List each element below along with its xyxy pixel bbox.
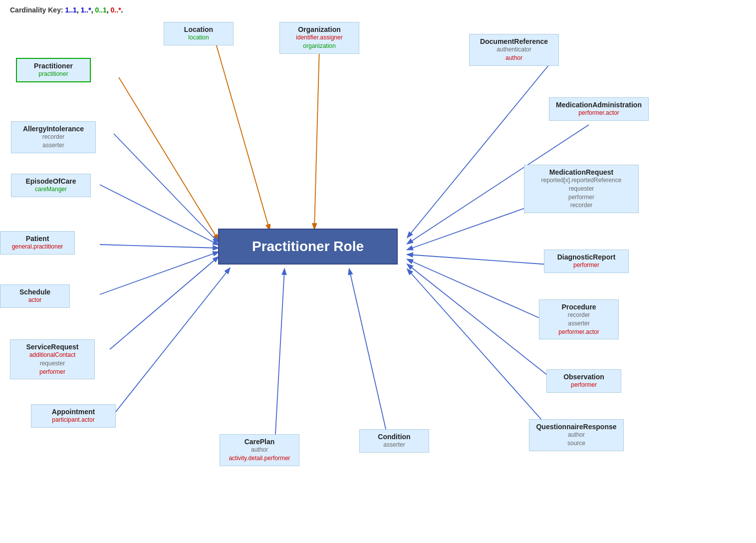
obs-sub1: performer xyxy=(552,381,616,389)
diagrep-sub1: performer xyxy=(549,261,623,270)
medreq-sub1: reported[x].reportedReference xyxy=(529,176,633,185)
node-episode-of-care: EpisodeOfCare careManger xyxy=(11,174,91,197)
node-condition: Condition asserter xyxy=(359,429,429,453)
svg-line-7 xyxy=(110,257,218,349)
cardinality-label: Cardinality Key: xyxy=(10,6,65,14)
careplan-sub2: activity.detail.performer xyxy=(225,454,294,463)
cond-sub1: asserter xyxy=(365,441,424,449)
svg-line-9 xyxy=(274,270,284,452)
svg-line-11 xyxy=(408,270,559,439)
practitioner-title: Practitioner xyxy=(22,62,85,70)
appt-sub1: participant.actor xyxy=(36,416,110,424)
medreq-sub4: recorder xyxy=(529,201,633,210)
schedule-sub1: actor xyxy=(5,296,64,304)
eoc-sub1: careManger xyxy=(16,185,85,194)
sr-title: ServiceRequest xyxy=(15,343,89,351)
medadmin-title: MedicationAdministration xyxy=(554,101,643,109)
ai-sub1: recorder xyxy=(16,133,90,141)
procedure-sub2: asserter xyxy=(544,319,613,328)
docref-sub1: authenticator xyxy=(475,45,553,54)
org-sub2: organization xyxy=(285,42,354,50)
card-11: 1..1 xyxy=(65,6,76,14)
cardinality-key: Cardinality Key: 1..1, 1..*, 0..1, 0..*. xyxy=(10,6,123,14)
medreq-sub2: requester xyxy=(529,185,633,193)
svg-line-1 xyxy=(314,47,319,229)
node-appointment: Appointment participant.actor xyxy=(31,404,116,428)
cond-title: Condition xyxy=(365,433,424,441)
svg-line-12 xyxy=(408,265,559,384)
practitioner-sub1: practitioner xyxy=(22,70,85,78)
medreq-sub3: performer xyxy=(529,193,633,202)
card-11star: 1..* xyxy=(81,6,91,14)
node-location: Location location xyxy=(164,22,234,45)
docref-title: DocumentReference xyxy=(475,37,553,45)
careplan-sub1: author xyxy=(225,446,294,454)
docref-sub2: author xyxy=(475,54,553,62)
eoc-title: EpisodeOfCare xyxy=(16,177,85,185)
sr-sub3: performer xyxy=(15,368,89,376)
svg-line-10 xyxy=(349,270,389,444)
node-medication-administration: MedicationAdministration performer.actor xyxy=(549,97,649,121)
node-schedule: Schedule actor xyxy=(0,284,70,308)
sr-sub2: requester xyxy=(15,359,89,368)
qr-sub1: author xyxy=(534,431,618,439)
org-sub1: identifier.assigner xyxy=(285,33,354,42)
svg-line-6 xyxy=(100,252,218,294)
location-title: Location xyxy=(169,25,228,33)
obs-title: Observation xyxy=(552,373,616,381)
card-01: 0..1 xyxy=(95,6,106,14)
node-questionnaire-response: QuestionnaireResponse author source xyxy=(529,419,624,451)
procedure-sub1: recorder xyxy=(544,311,613,319)
arrows-svg xyxy=(0,0,756,543)
svg-line-4 xyxy=(100,185,218,245)
patient-sub1: general.practitioner xyxy=(5,243,69,251)
svg-line-13 xyxy=(408,260,554,324)
medreq-title: MedicationRequest xyxy=(529,168,633,176)
node-allergy-intolerance: AllergyIntolerance recorder asserter xyxy=(11,121,96,153)
node-service-request: ServiceRequest additionalContact request… xyxy=(10,339,95,379)
diagrep-title: DiagnosticReport xyxy=(549,253,623,261)
node-patient: Patient general.practitioner xyxy=(0,231,75,255)
svg-line-0 xyxy=(215,39,269,230)
node-procedure: Procedure recorder asserter performer.ac… xyxy=(539,299,619,339)
org-title: Organization xyxy=(285,25,354,33)
qr-title: QuestionnaireResponse xyxy=(534,423,618,431)
patient-title: Patient xyxy=(5,235,69,243)
ai-sub2: asserter xyxy=(16,141,90,150)
schedule-title: Schedule xyxy=(5,288,64,296)
ai-title: AllergyIntolerance xyxy=(16,125,90,133)
center-node-title: Practitioner Role xyxy=(252,239,364,254)
svg-line-14 xyxy=(408,255,549,265)
sr-sub1: additionalContact xyxy=(15,351,89,359)
careplan-title: CarePlan xyxy=(225,438,294,446)
node-organization: Organization identifier.assigner organiz… xyxy=(279,22,359,54)
node-practitioner: Practitioner practitioner xyxy=(16,58,91,82)
svg-line-3 xyxy=(114,134,218,242)
location-sub: location xyxy=(169,33,228,42)
node-observation: Observation performer xyxy=(546,369,621,393)
svg-line-8 xyxy=(110,269,230,419)
procedure-sub3: performer.actor xyxy=(544,328,613,336)
center-node-practitioner-role: Practitioner Role xyxy=(218,229,398,265)
node-diagnostic-report: DiagnosticReport performer xyxy=(544,250,629,273)
card-0star: 0..* xyxy=(111,6,121,14)
qr-sub2: source xyxy=(534,439,618,448)
appt-title: Appointment xyxy=(36,408,110,416)
node-document-reference: DocumentReference authenticator author xyxy=(469,34,559,66)
svg-line-5 xyxy=(100,245,218,248)
medadmin-sub1: performer.actor xyxy=(554,109,643,117)
procedure-title: Procedure xyxy=(544,303,613,311)
node-careplan: CarePlan author activity.detail.performe… xyxy=(220,434,299,466)
svg-line-2 xyxy=(119,77,218,240)
node-medication-request: MedicationRequest reported[x].reportedRe… xyxy=(524,165,639,213)
